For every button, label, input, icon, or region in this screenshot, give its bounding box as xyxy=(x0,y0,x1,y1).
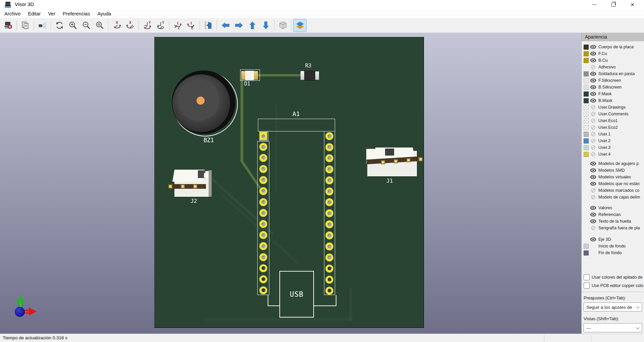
buzzer-hole xyxy=(197,97,205,105)
layer-label: Soldadura en pasta xyxy=(598,71,635,76)
flip-board-button[interactable] xyxy=(202,19,215,32)
appearance-row: Modelos de agujero p xyxy=(584,160,644,167)
reload-board-button[interactable] xyxy=(1,19,15,32)
app-icon xyxy=(4,1,12,8)
visibility-slash-icon[interactable] xyxy=(590,112,596,116)
visibility-eye-icon[interactable] xyxy=(590,181,596,186)
layer-color-swatch[interactable] xyxy=(584,244,589,249)
visibility-eye-icon[interactable] xyxy=(590,219,596,224)
minimize-button[interactable] xyxy=(585,0,604,9)
visibility-slash-icon[interactable] xyxy=(590,195,596,199)
visibility-slash-icon[interactable] xyxy=(590,226,596,230)
trace-d1-down xyxy=(240,80,243,161)
visibility-slash-icon[interactable] xyxy=(590,188,596,193)
visibility-eye-icon[interactable] xyxy=(590,92,596,96)
visibility-slash-icon[interactable] xyxy=(590,118,596,123)
visibility-eye-icon[interactable] xyxy=(590,85,596,90)
visibility-eye-icon[interactable] xyxy=(590,71,596,76)
move-right-button[interactable] xyxy=(232,19,246,32)
move-down-button[interactable] xyxy=(259,19,272,32)
status-text: Tiempo de actualización 0.316 s xyxy=(3,335,67,340)
menu-preferencias[interactable]: Preferencias xyxy=(59,11,94,16)
zoom-to-fit-button[interactable] xyxy=(93,19,106,32)
presets-dropdown[interactable]: Seguir a los ajustes de xyxy=(584,302,642,311)
rotate-x-counterclockwise-icon: X xyxy=(126,21,135,30)
3d-viewport[interactable]: BZ1 D1 R3 A1 USB xyxy=(0,33,581,334)
layer-color-swatch[interactable] xyxy=(584,105,589,110)
menu-editar[interactable]: Editar xyxy=(24,11,44,16)
visibility-slash-icon[interactable] xyxy=(590,132,596,136)
raytracing-render-button[interactable] xyxy=(36,19,49,32)
visibility-slash-icon[interactable] xyxy=(590,138,596,143)
rotate-z-clockwise-button[interactable]: Z xyxy=(171,19,184,32)
status-separator xyxy=(591,335,591,341)
views-label: Vistas (Shift+Tab): xyxy=(584,316,644,321)
layer-color-swatch[interactable] xyxy=(584,58,589,63)
visibility-eye-icon[interactable] xyxy=(590,161,596,166)
refresh-view-button[interactable] xyxy=(53,19,66,32)
visibility-eye-icon[interactable] xyxy=(590,58,596,63)
move-left-button[interactable] xyxy=(219,19,232,32)
menu-archivo[interactable]: Archivo xyxy=(1,11,24,16)
trace-d1-r3 xyxy=(258,74,302,76)
visibility-eye-icon[interactable] xyxy=(590,206,596,210)
visibility-eye-icon[interactable] xyxy=(590,237,596,242)
views-dropdown-value: --- xyxy=(586,326,591,331)
stackup-colors-checkbox[interactable] xyxy=(584,274,590,280)
zoom-in-button[interactable] xyxy=(66,19,79,32)
status-bar: Tiempo de actualización 0.316 s xyxy=(0,334,644,342)
layer-color-swatch[interactable] xyxy=(584,138,589,144)
r3-cap-left xyxy=(301,71,304,80)
rotate-y-clockwise-button[interactable]: Y xyxy=(141,19,154,32)
copy-image-button[interactable] xyxy=(18,19,32,32)
layer-color-swatch[interactable] xyxy=(584,125,589,130)
move-up-button[interactable] xyxy=(246,19,259,32)
visibility-eye-icon[interactable] xyxy=(590,78,596,83)
layer-color-swatch[interactable] xyxy=(584,98,589,103)
orthographic-projection-button[interactable] xyxy=(276,19,289,32)
rotate-x-counterclockwise-button[interactable]: X xyxy=(123,19,137,32)
menu-ver[interactable]: Ver xyxy=(44,11,59,16)
layer-color-swatch[interactable] xyxy=(584,92,589,97)
visibility-slash-icon[interactable] xyxy=(590,152,596,157)
appearance-layers-button[interactable] xyxy=(293,19,307,32)
layer-color-swatch[interactable] xyxy=(584,71,589,76)
layer-color-swatch[interactable] xyxy=(584,51,589,56)
layer-color-swatch[interactable] xyxy=(584,112,589,117)
views-dropdown[interactable]: --- xyxy=(584,323,642,332)
visibility-eye-icon[interactable] xyxy=(590,175,596,179)
faint-trace xyxy=(205,318,352,321)
visibility-slash-icon[interactable] xyxy=(590,105,596,110)
visibility-slash-icon[interactable] xyxy=(590,145,596,150)
appearance-row: Modelos SMD xyxy=(584,167,644,174)
layers-list: Cuerpo de la placa F.Cu B.Cu Adhesivo So… xyxy=(584,44,644,158)
layer-color-swatch[interactable] xyxy=(584,85,589,90)
rotate-x-clockwise-icon: X xyxy=(112,21,121,30)
refresh-view-icon xyxy=(55,21,64,30)
layer-color-swatch[interactable] xyxy=(584,145,589,150)
visibility-slash-icon[interactable] xyxy=(590,125,596,130)
copper-colors-checkbox[interactable] xyxy=(584,283,590,289)
menu-ayuda[interactable]: Ayuda xyxy=(94,11,115,16)
visibility-eye-icon[interactable] xyxy=(590,212,596,217)
visibility-eye-icon[interactable] xyxy=(590,98,596,103)
zoom-out-button[interactable] xyxy=(79,19,93,32)
move-down-icon xyxy=(261,21,270,30)
rotate-x-clockwise-button[interactable]: X xyxy=(110,19,123,32)
visibility-eye-icon[interactable] xyxy=(590,51,596,56)
restore-button[interactable] xyxy=(604,0,623,9)
rotate-z-counterclockwise-button[interactable]: Z xyxy=(184,19,198,32)
visibility-slash-icon[interactable] xyxy=(590,65,596,69)
layer-color-swatch[interactable] xyxy=(584,132,589,137)
close-button[interactable]: × xyxy=(623,0,642,9)
visibility-eye-icon[interactable] xyxy=(590,45,596,49)
layer-color-swatch[interactable] xyxy=(584,78,589,83)
d1-pad-right xyxy=(254,71,258,80)
layer-color-swatch[interactable] xyxy=(584,250,589,255)
a1-pin xyxy=(325,176,333,184)
layer-color-swatch[interactable] xyxy=(584,118,589,123)
visibility-eye-icon[interactable] xyxy=(590,168,596,173)
rotate-y-counterclockwise-button[interactable]: Y xyxy=(154,19,167,32)
layer-color-swatch[interactable] xyxy=(584,45,589,50)
layer-color-swatch[interactable] xyxy=(584,152,589,157)
